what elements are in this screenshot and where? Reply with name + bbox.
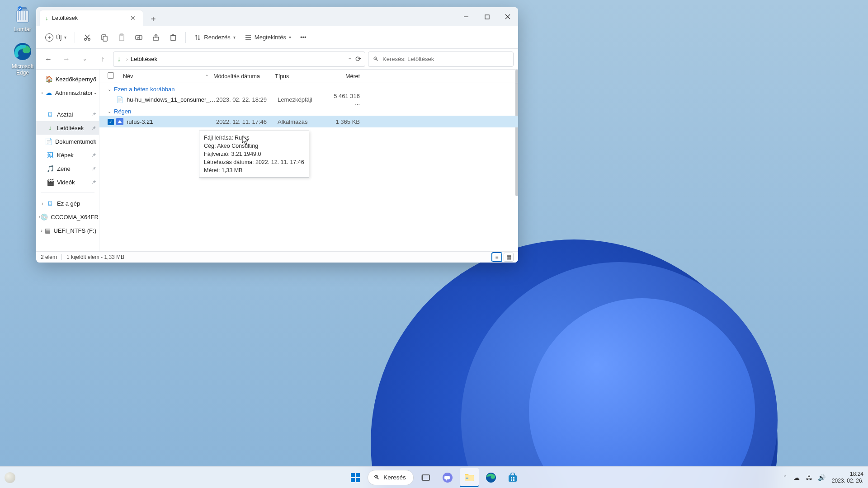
cut-button[interactable] — [80, 29, 95, 46]
svg-rect-4 — [485, 15, 489, 19]
desktop-icon-edge[interactable]: Microsoft Edge — [5, 41, 40, 76]
tray-chevron[interactable]: ⌃ — [783, 474, 787, 480]
pin-icon: 📌︎ — [91, 166, 96, 171]
recent-dropdown[interactable]: ⌄ — [77, 52, 92, 67]
task-view-button[interactable] — [416, 468, 435, 487]
taskbar: 🔍︎Keresés ⌃ ☁ 🖧 🔊 18:24 2023. 02. 26. — [0, 466, 868, 488]
sort-button[interactable]: Rendezés▾ — [190, 29, 239, 46]
pin-icon: 📌︎ — [91, 125, 96, 131]
view-button[interactable]: Megtekintés▾ — [241, 29, 295, 46]
details-view-button[interactable]: ≡ — [492, 253, 502, 262]
col-type[interactable]: Típus — [275, 73, 326, 80]
tab-downloads[interactable]: ↓ Letöltések ✕ — [40, 10, 143, 26]
sidebar-item-admin[interactable]: ›☁Adminisztrátor - — [36, 86, 99, 99]
sidebar-item-drive2[interactable]: ›▤UEFI_NTFS (F:) — [36, 224, 99, 237]
tab-title: Letöltések — [52, 15, 127, 21]
chat-button[interactable] — [438, 468, 457, 487]
delete-button[interactable] — [165, 29, 181, 46]
clock[interactable]: 18:24 2023. 02. 26. — [832, 471, 863, 484]
close-button[interactable] — [497, 7, 518, 26]
file-row-rufus[interactable]: ✓ rufus-3.21 2022. 12. 11. 17:46 Alkalma… — [99, 116, 518, 127]
svg-rect-40 — [511, 479, 512, 481]
drive-icon: 💿 — [40, 213, 48, 221]
sidebar-item-desktop[interactable]: 🖥Asztal📌︎ — [36, 108, 99, 121]
up-button[interactable]: ↑ — [95, 52, 110, 67]
sidebar-item-videos[interactable]: 🎬Videók📌︎ — [36, 175, 99, 189]
new-tab-button[interactable]: ＋ — [146, 12, 160, 25]
icons-view-button[interactable]: ▦ — [504, 253, 514, 262]
sidebar-item-home[interactable]: 🏠Kezdőképernyő — [36, 72, 99, 86]
pin-icon: 📌︎ — [91, 179, 96, 185]
refresh-button[interactable]: ⟳ — [355, 55, 361, 63]
label: Microsoft Edge — [5, 63, 40, 76]
video-icon: 🎬 — [46, 178, 54, 186]
taskbar-search[interactable]: 🔍︎Keresés — [368, 470, 414, 485]
svg-rect-38 — [511, 477, 512, 479]
share-button[interactable] — [148, 29, 164, 46]
store-button[interactable] — [503, 468, 522, 487]
sidebar-item-documents[interactable]: 📄Dokumentumok📌︎ — [36, 135, 99, 148]
sort-asc-icon: ⌃ — [205, 74, 209, 79]
label: Lomtár — [5, 26, 40, 33]
svg-rect-27 — [356, 473, 360, 477]
sidebar: 🏠Kezdőképernyő ›☁Adminisztrátor - 🖥Aszta… — [36, 70, 99, 251]
file-row-iso[interactable]: 📄 hu-hu_windows_11_consumer_editions... … — [99, 94, 518, 105]
network-icon[interactable]: 🖧 — [806, 474, 812, 481]
onedrive-icon: ☁ — [45, 89, 52, 96]
chevron-right-icon: › — [126, 56, 128, 62]
search-icon: 🔍︎ — [373, 56, 379, 62]
group-this-week[interactable]: ⌄Ezen a héten korábban — [99, 83, 518, 94]
selection-info: 1 kijelölt elem - 1,33 MB — [66, 254, 124, 260]
col-modified[interactable]: Módosítás dátuma — [213, 73, 275, 80]
home-icon: 🏠 — [45, 75, 53, 83]
tab-close-button[interactable]: ✕ — [127, 14, 138, 23]
volume-icon[interactable]: 🔊 — [818, 474, 826, 481]
svg-rect-28 — [351, 478, 355, 482]
more-button[interactable]: ••• — [297, 29, 310, 46]
group-old[interactable]: ⌄Régen — [99, 105, 518, 116]
file-list: Név⌃ Módosítás dátuma Típus Méret ⌄Ezen … — [99, 70, 518, 251]
copy-button[interactable] — [97, 29, 112, 46]
rename-button[interactable]: A — [131, 29, 146, 46]
sidebar-item-music[interactable]: 🎵Zene📌︎ — [36, 162, 99, 175]
breadcrumb[interactable]: Letöltések — [131, 56, 157, 62]
pin-icon: 📌︎ — [91, 112, 96, 117]
titlebar: ↓ Letöltések ✕ ＋ — [36, 7, 518, 26]
edge-button[interactable] — [481, 468, 500, 487]
select-all-checkbox[interactable] — [108, 72, 114, 79]
search-box[interactable]: 🔍︎ — [368, 52, 514, 67]
sidebar-item-downloads[interactable]: ↓Letöltések📌︎ — [36, 121, 99, 135]
disc-image-icon: 📄 — [116, 96, 124, 103]
sidebar-item-thispc[interactable]: ›🖥Ez a gép — [36, 197, 99, 210]
col-size[interactable]: Méret — [326, 73, 360, 80]
svg-rect-34 — [466, 477, 468, 478]
sidebar-item-pictures[interactable]: 🖼Képek📌︎ — [36, 148, 99, 162]
drive-icon: ▤ — [44, 227, 51, 234]
desktop-icon-recycle-bin[interactable]: Lomtár — [5, 4, 40, 33]
status-bar: 2 elem 1 kijelölt elem - 1,33 MB ≡ ▦ — [36, 251, 518, 263]
paste-button[interactable] — [114, 29, 129, 46]
search-input[interactable] — [382, 56, 509, 62]
address-bar[interactable]: ↓ › Letöltések ⌄ ⟳ — [113, 52, 365, 67]
onedrive-tray-icon[interactable]: ☁ — [793, 474, 800, 481]
explorer-button[interactable] — [460, 468, 479, 487]
download-icon: ↓ — [46, 124, 54, 131]
explorer-window: ↓ Letöltések ✕ ＋ +Új▾ A Rendezés▾ Megtek… — [36, 7, 518, 263]
new-button[interactable]: +Új▾ — [42, 29, 70, 46]
forward-button[interactable]: → — [59, 52, 74, 67]
svg-rect-19 — [171, 36, 175, 41]
svg-rect-13 — [119, 35, 124, 41]
weather-widget[interactable] — [5, 472, 15, 483]
pin-icon: 📌︎ — [91, 152, 96, 158]
history-dropdown[interactable]: ⌄ — [348, 55, 352, 63]
back-button[interactable]: ← — [41, 52, 56, 67]
desktop-icon: 🖥 — [46, 111, 54, 118]
sidebar-item-drive1[interactable]: ›💿CCCOMA_X64FR — [36, 210, 99, 224]
col-name[interactable]: Név⌃ — [123, 73, 213, 80]
minimize-button[interactable] — [456, 7, 476, 26]
start-button[interactable] — [346, 468, 365, 487]
maximize-button[interactable] — [476, 7, 497, 26]
document-icon: 📄 — [45, 138, 52, 145]
row-checkbox[interactable]: ✓ — [108, 119, 114, 125]
svg-rect-39 — [513, 477, 514, 479]
